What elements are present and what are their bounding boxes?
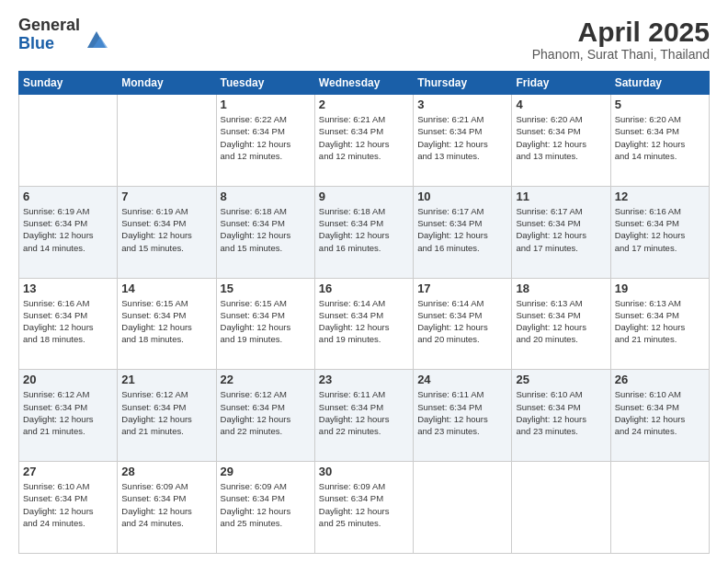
calendar-cell: 6Sunrise: 6:19 AM Sunset: 6:34 PM Daylig… <box>19 186 118 278</box>
day-number: 17 <box>417 282 507 295</box>
calendar-header-monday: Monday <box>118 72 216 95</box>
calendar-cell: 16Sunrise: 6:14 AM Sunset: 6:34 PM Dayli… <box>314 278 413 370</box>
day-number: 20 <box>23 373 113 386</box>
calendar-cell: 2Sunrise: 6:21 AM Sunset: 6:34 PM Daylig… <box>314 95 413 187</box>
day-detail: Sunrise: 6:10 AM Sunset: 6:34 PM Dayligh… <box>615 388 705 437</box>
logo: General Blue <box>18 17 109 53</box>
day-detail: Sunrise: 6:17 AM Sunset: 6:34 PM Dayligh… <box>516 205 606 254</box>
calendar-cell: 21Sunrise: 6:12 AM Sunset: 6:34 PM Dayli… <box>118 370 216 462</box>
day-detail: Sunrise: 6:09 AM Sunset: 6:34 PM Dayligh… <box>221 480 311 529</box>
day-detail: Sunrise: 6:18 AM Sunset: 6:34 PM Dayligh… <box>221 205 311 254</box>
day-detail: Sunrise: 6:12 AM Sunset: 6:34 PM Dayligh… <box>121 388 211 437</box>
day-number: 19 <box>615 282 705 295</box>
day-detail: Sunrise: 6:13 AM Sunset: 6:34 PM Dayligh… <box>516 297 606 346</box>
day-detail: Sunrise: 6:11 AM Sunset: 6:34 PM Dayligh… <box>417 388 507 437</box>
day-detail: Sunrise: 6:13 AM Sunset: 6:34 PM Dayligh… <box>615 297 705 346</box>
day-number: 27 <box>23 465 113 478</box>
day-number: 10 <box>417 190 507 203</box>
calendar-header-sunday: Sunday <box>19 72 118 95</box>
calendar-cell: 25Sunrise: 6:10 AM Sunset: 6:34 PM Dayli… <box>512 370 610 462</box>
day-detail: Sunrise: 6:18 AM Sunset: 6:34 PM Dayligh… <box>319 205 409 254</box>
calendar-cell <box>512 462 610 554</box>
day-number: 12 <box>615 190 705 203</box>
calendar-header-thursday: Thursday <box>414 72 512 95</box>
day-detail: Sunrise: 6:22 AM Sunset: 6:34 PM Dayligh… <box>221 113 311 162</box>
day-detail: Sunrise: 6:14 AM Sunset: 6:34 PM Dayligh… <box>417 297 507 346</box>
day-number: 6 <box>23 190 113 203</box>
calendar-cell: 8Sunrise: 6:18 AM Sunset: 6:34 PM Daylig… <box>216 186 314 278</box>
title-block: April 2025 Phanom, Surat Thani, Thailand <box>532 17 710 62</box>
day-detail: Sunrise: 6:16 AM Sunset: 6:34 PM Dayligh… <box>615 205 705 254</box>
calendar-cell: 27Sunrise: 6:10 AM Sunset: 6:34 PM Dayli… <box>19 462 118 554</box>
calendar-cell: 4Sunrise: 6:20 AM Sunset: 6:34 PM Daylig… <box>512 95 610 187</box>
day-number: 21 <box>121 373 211 386</box>
day-detail: Sunrise: 6:09 AM Sunset: 6:34 PM Dayligh… <box>121 480 211 529</box>
calendar-cell: 12Sunrise: 6:16 AM Sunset: 6:34 PM Dayli… <box>610 186 709 278</box>
calendar-cell: 22Sunrise: 6:12 AM Sunset: 6:34 PM Dayli… <box>216 370 314 462</box>
calendar-cell: 7Sunrise: 6:19 AM Sunset: 6:34 PM Daylig… <box>118 186 216 278</box>
calendar-cell: 20Sunrise: 6:12 AM Sunset: 6:34 PM Dayli… <box>19 370 118 462</box>
day-detail: Sunrise: 6:19 AM Sunset: 6:34 PM Dayligh… <box>23 205 113 254</box>
calendar-cell: 30Sunrise: 6:09 AM Sunset: 6:34 PM Dayli… <box>314 462 413 554</box>
calendar-cell: 1Sunrise: 6:22 AM Sunset: 6:34 PM Daylig… <box>216 95 314 187</box>
day-number: 22 <box>221 373 311 386</box>
calendar-cell <box>414 462 512 554</box>
page: General Blue April 2025 Phanom, Surat Th… <box>0 0 728 563</box>
day-detail: Sunrise: 6:10 AM Sunset: 6:34 PM Dayligh… <box>516 388 606 437</box>
calendar-cell: 19Sunrise: 6:13 AM Sunset: 6:34 PM Dayli… <box>610 278 709 370</box>
day-detail: Sunrise: 6:12 AM Sunset: 6:34 PM Dayligh… <box>23 388 113 437</box>
logo-general: General <box>18 17 80 35</box>
calendar-cell: 29Sunrise: 6:09 AM Sunset: 6:34 PM Dayli… <box>216 462 314 554</box>
day-detail: Sunrise: 6:09 AM Sunset: 6:34 PM Dayligh… <box>319 480 409 529</box>
day-detail: Sunrise: 6:21 AM Sunset: 6:34 PM Dayligh… <box>319 113 409 162</box>
day-number: 15 <box>221 282 311 295</box>
day-number: 5 <box>615 98 705 111</box>
day-number: 26 <box>615 373 705 386</box>
calendar-cell: 17Sunrise: 6:14 AM Sunset: 6:34 PM Dayli… <box>414 278 512 370</box>
calendar-week-1: 1Sunrise: 6:22 AM Sunset: 6:34 PM Daylig… <box>19 95 710 187</box>
day-number: 29 <box>221 465 311 478</box>
calendar-cell: 13Sunrise: 6:16 AM Sunset: 6:34 PM Dayli… <box>19 278 118 370</box>
day-number: 30 <box>319 465 409 478</box>
day-number: 2 <box>319 98 409 111</box>
calendar-cell: 18Sunrise: 6:13 AM Sunset: 6:34 PM Dayli… <box>512 278 610 370</box>
calendar-cell: 9Sunrise: 6:18 AM Sunset: 6:34 PM Daylig… <box>314 186 413 278</box>
calendar-week-5: 27Sunrise: 6:10 AM Sunset: 6:34 PM Dayli… <box>19 462 710 554</box>
day-number: 1 <box>221 98 311 111</box>
day-detail: Sunrise: 6:15 AM Sunset: 6:34 PM Dayligh… <box>221 297 311 346</box>
logo-icon <box>84 26 109 52</box>
calendar-cell: 23Sunrise: 6:11 AM Sunset: 6:34 PM Dayli… <box>314 370 413 462</box>
main-title: April 2025 <box>532 17 710 47</box>
calendar-week-2: 6Sunrise: 6:19 AM Sunset: 6:34 PM Daylig… <box>19 186 710 278</box>
calendar-header-tuesday: Tuesday <box>216 72 314 95</box>
calendar-header-friday: Friday <box>512 72 610 95</box>
header: General Blue April 2025 Phanom, Surat Th… <box>18 17 710 62</box>
day-number: 7 <box>121 190 211 203</box>
calendar-cell <box>19 95 118 187</box>
day-number: 3 <box>417 98 507 111</box>
day-detail: Sunrise: 6:19 AM Sunset: 6:34 PM Dayligh… <box>121 205 211 254</box>
calendar-week-3: 13Sunrise: 6:16 AM Sunset: 6:34 PM Dayli… <box>19 278 710 370</box>
day-detail: Sunrise: 6:10 AM Sunset: 6:34 PM Dayligh… <box>23 480 113 529</box>
day-detail: Sunrise: 6:14 AM Sunset: 6:34 PM Dayligh… <box>319 297 409 346</box>
subtitle: Phanom, Surat Thani, Thailand <box>532 47 710 62</box>
calendar-week-4: 20Sunrise: 6:12 AM Sunset: 6:34 PM Dayli… <box>19 370 710 462</box>
day-number: 25 <box>516 373 606 386</box>
day-detail: Sunrise: 6:20 AM Sunset: 6:34 PM Dayligh… <box>615 113 705 162</box>
day-number: 16 <box>319 282 409 295</box>
calendar-cell: 26Sunrise: 6:10 AM Sunset: 6:34 PM Dayli… <box>610 370 709 462</box>
day-detail: Sunrise: 6:15 AM Sunset: 6:34 PM Dayligh… <box>121 297 211 346</box>
day-detail: Sunrise: 6:12 AM Sunset: 6:34 PM Dayligh… <box>221 388 311 437</box>
calendar-cell: 3Sunrise: 6:21 AM Sunset: 6:34 PM Daylig… <box>414 95 512 187</box>
calendar-cell: 28Sunrise: 6:09 AM Sunset: 6:34 PM Dayli… <box>118 462 216 554</box>
day-number: 11 <box>516 190 606 203</box>
day-number: 8 <box>221 190 311 203</box>
calendar-cell: 5Sunrise: 6:20 AM Sunset: 6:34 PM Daylig… <box>610 95 709 187</box>
day-number: 4 <box>516 98 606 111</box>
day-number: 14 <box>121 282 211 295</box>
day-detail: Sunrise: 6:20 AM Sunset: 6:34 PM Dayligh… <box>516 113 606 162</box>
day-number: 28 <box>121 465 211 478</box>
day-number: 13 <box>23 282 113 295</box>
calendar-cell <box>118 95 216 187</box>
calendar-header-row: SundayMondayTuesdayWednesdayThursdayFrid… <box>19 72 710 95</box>
